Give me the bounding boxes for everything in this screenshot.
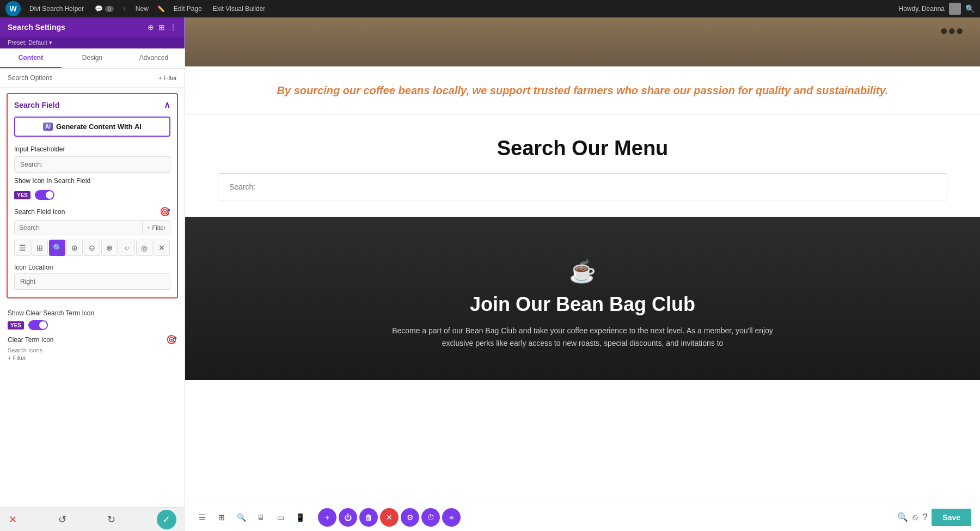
divi-label: Divi Search Helper (29, 5, 84, 13)
ft-grid-icon[interactable]: ⊞ (213, 509, 230, 526)
icon-section-label: Search Field Icon (14, 208, 65, 216)
left-panel: Search Settings ⊕ ⊞ ⋮ Preset: Default ▾ … (0, 17, 185, 531)
new-menu[interactable]: New (133, 4, 151, 14)
section-header: Search Field ∧ (8, 94, 177, 114)
show-icon-toggle[interactable] (35, 190, 54, 200)
search-menu-input[interactable] (218, 173, 947, 200)
filter-label: + Filter (158, 75, 177, 81)
icon-filter-button[interactable]: + Filter (142, 222, 170, 233)
panel-icon-2[interactable]: ⊞ (158, 23, 165, 32)
search-icons-sublabel: Search Icons (8, 347, 177, 353)
coffee-cup-icon: ☕ (569, 259, 596, 284)
placeholder-input[interactable] (14, 156, 170, 173)
ft-menu-icon[interactable]: ☰ (194, 509, 210, 526)
icon-grid[interactable]: ⊞ (32, 240, 48, 256)
join-club-text: Become a part of our Bean Bag Club and t… (392, 325, 773, 349)
preset-dropdown[interactable]: Preset: Default ▾ (0, 37, 185, 48)
topbar-search-icon[interactable]: 🔍 (965, 4, 975, 13)
below-section: Show Clear Search Term Icon YES Clear Te… (0, 304, 185, 369)
icon-zoom-fill[interactable]: ⊗ (101, 240, 118, 256)
clear-filter-button[interactable]: + Filter (8, 355, 26, 361)
icon-zoom-in[interactable]: ⊕ (66, 240, 83, 256)
panel-tabs: Content Design Advanced (0, 48, 185, 69)
icon-location-select[interactable]: Left Right (14, 273, 170, 290)
icon-location-row: Icon Location Left Right (8, 259, 177, 292)
edit-page-btn[interactable]: Edit Page (171, 4, 204, 14)
ft-share-icon[interactable]: ⎋ (912, 512, 918, 522)
topbar-right: Howdy, Deanna 🔍 (899, 3, 975, 15)
panel-icon-1[interactable]: ⊕ (148, 23, 154, 32)
ft-right-icons: 🔍 ⎋ ? Save (897, 509, 971, 526)
toggle-yes-label: YES (14, 191, 30, 199)
save-button[interactable]: Save (932, 509, 971, 526)
show-icon-toggle-row: YES (8, 187, 177, 203)
tab-content[interactable]: Content (0, 48, 62, 68)
undo-button[interactable]: ↺ (58, 514, 66, 526)
panel-icon-3[interactable]: ⋮ (169, 23, 177, 32)
search-options-label: Search Options (8, 74, 53, 82)
icon-search-alt[interactable]: ○ (119, 240, 135, 256)
quote-section: By sourcing our coffee beans locally, we… (185, 66, 980, 115)
clear-icon-section: Clear Term Icon 🎯 Search Icons + Filter (8, 334, 177, 361)
ft-clock-button[interactable]: ⏱ (421, 508, 440, 527)
ft-tablet-icon[interactable]: ▭ (272, 509, 289, 526)
comments-menu[interactable]: 💬 0 (93, 4, 116, 14)
coffee-top-image: ●●● (185, 17, 980, 66)
close-panel-button[interactable]: ✕ (9, 514, 17, 526)
howdy-text: Howdy, Deanna (899, 5, 945, 13)
main-layout: Search Settings ⊕ ⊞ ⋮ Preset: Default ▾ … (0, 17, 980, 531)
panel-bottom-bar: ✕ ↺ ↻ ✓ (0, 507, 185, 531)
wordpress-icon[interactable]: W (5, 1, 21, 16)
comment-icon: 💬 (95, 5, 103, 13)
quote-text: By sourcing our coffee beans locally, we… (218, 83, 947, 98)
clear-icon-target[interactable]: 🎯 (166, 334, 177, 345)
clear-icon-label: Clear Term Icon (8, 336, 53, 344)
ft-help-icon[interactable]: ? (922, 512, 927, 522)
icon-search-magnifier[interactable]: 🔍 (49, 240, 65, 256)
ft-add-button[interactable]: + (318, 508, 336, 527)
ft-power-button[interactable]: ⏻ (339, 508, 357, 527)
icon-list[interactable]: ☰ (14, 240, 30, 256)
icon-close-small[interactable]: ✕ (154, 240, 170, 256)
ft-bars-button[interactable]: ≡ (442, 508, 461, 527)
top-bar: W Divi Search Helper 💬 0 + New ✏️ Edit P… (0, 0, 980, 17)
icon-grid: ☰ ⊞ 🔍 ⊕ ⊖ ⊗ ○ ◎ ✕ (8, 236, 177, 259)
tab-design[interactable]: Design (62, 48, 123, 68)
divi-search-helper-menu[interactable]: Divi Search Helper (27, 4, 86, 14)
show-clear-label: Show Clear Search Term Icon (8, 309, 177, 317)
edit-page-label: Edit Page (174, 5, 202, 13)
save-panel-button[interactable]: ✓ (157, 510, 176, 529)
exit-builder-label: Exit Visual Builder (213, 5, 266, 13)
preset-label: Preset: Default ▾ (8, 39, 52, 46)
show-icon-label: Show Icon In Search Field (8, 174, 177, 187)
ai-generate-button[interactable]: AI Generate Content With AI (14, 117, 170, 137)
input-placeholder-label: Input Placeholder (8, 142, 177, 155)
ft-search-icon[interactable]: 🔍 (233, 509, 249, 526)
clear-toggle[interactable] (28, 320, 48, 330)
collapse-button[interactable]: ∧ (164, 100, 170, 110)
redo-button[interactable]: ↻ (107, 514, 115, 526)
new-label: New (136, 5, 149, 13)
ft-magnify-icon[interactable]: 🔍 (897, 512, 908, 522)
ft-mobile-icon[interactable]: 📱 (292, 509, 308, 526)
filter-button[interactable]: + Filter (158, 75, 177, 81)
icon-search-arrows[interactable]: ◎ (136, 240, 152, 256)
join-club-title: Join Our Bean Bag Club (470, 293, 695, 316)
panel-header: Search Settings ⊕ ⊞ ⋮ (0, 17, 185, 37)
icon-section-row: Search Field Icon 🎯 (8, 203, 177, 219)
icon-search-input[interactable] (15, 221, 142, 235)
ft-gear-button[interactable]: ⚙ (401, 508, 419, 527)
user-avatar[interactable] (949, 3, 961, 15)
dark-section: ☕ Join Our Bean Bag Club Become a part o… (185, 217, 980, 380)
clear-toggle-row: YES (8, 320, 177, 330)
right-content: ●●● By sourcing our coffee beans locally… (185, 17, 980, 531)
icon-zoom-out[interactable]: ⊖ (84, 240, 100, 256)
ft-trash-button[interactable]: 🗑 (359, 508, 378, 527)
tab-advanced[interactable]: Advanced (123, 48, 185, 68)
ft-desktop-icon[interactable]: 🖥 (253, 509, 269, 526)
ft-close-button[interactable]: ✕ (380, 508, 399, 527)
icon-search-row: + Filter (14, 220, 170, 235)
exit-builder-btn[interactable]: Exit Visual Builder (211, 4, 268, 14)
icon-target-button[interactable]: 🎯 (160, 206, 170, 217)
search-menu-title: Search Our Menu (218, 137, 947, 160)
